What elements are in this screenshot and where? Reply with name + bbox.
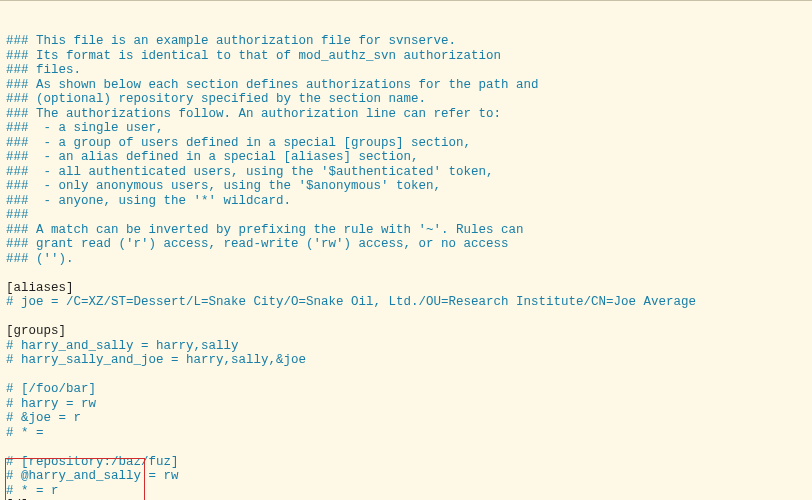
code-line: # @harry_and_sally = rw — [6, 469, 806, 484]
code-line: ### This file is an example authorizatio… — [6, 34, 806, 49]
code-line: ### files. — [6, 63, 806, 78]
code-line: # * = — [6, 426, 806, 441]
code-line — [6, 310, 806, 325]
code-line — [6, 368, 806, 383]
code-line: ### - a single user, — [6, 121, 806, 136]
code-line: ### - only anonymous users, using the '$… — [6, 179, 806, 194]
code-line: ### - all authenticated users, using the… — [6, 165, 806, 180]
code-line: # &joe = r — [6, 411, 806, 426]
code-line: # harry_and_sally = harry,sally — [6, 339, 806, 354]
code-line: ### The authorizations follow. An author… — [6, 107, 806, 122]
code-line: # harry_sally_and_joe = harry,sally,&joe — [6, 353, 806, 368]
code-line: ### As shown below each section defines … — [6, 78, 806, 93]
code-line: ### - an alias defined in a special [ali… — [6, 150, 806, 165]
code-line: # [/foo/bar] — [6, 382, 806, 397]
code-line: # [repository:/baz/fuz] — [6, 455, 806, 470]
code-line: ### - a group of users defined in a spec… — [6, 136, 806, 151]
code-line: ### (optional) repository specified by t… — [6, 92, 806, 107]
code-line: ### (''). — [6, 252, 806, 267]
code-line: ### grant read ('r') access, read-write … — [6, 237, 806, 252]
code-line: # joe = /C=XZ/ST=Dessert/L=Snake City/O=… — [6, 295, 806, 310]
editor-viewport[interactable]: ### This file is an example authorizatio… — [0, 0, 812, 500]
code-line: ### - anyone, using the '*' wildcard. — [6, 194, 806, 209]
code-line — [6, 266, 806, 281]
code-line: ### — [6, 208, 806, 223]
code-line: # * = r — [6, 484, 806, 499]
code-line: ### Its format is identical to that of m… — [6, 49, 806, 64]
code-line: ### A match can be inverted by prefixing… — [6, 223, 806, 238]
code-line: [aliases] — [6, 281, 806, 296]
code-line: # harry = rw — [6, 397, 806, 412]
file-content: ### This file is an example authorizatio… — [6, 34, 806, 500]
code-line — [6, 440, 806, 455]
code-line: [groups] — [6, 324, 806, 339]
